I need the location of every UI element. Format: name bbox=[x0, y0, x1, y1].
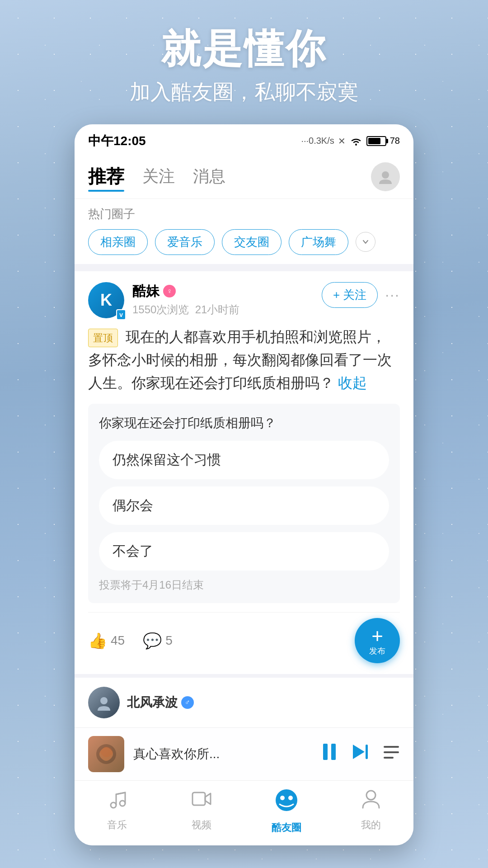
post-content: 置顶 现在的人都喜欢用手机拍照和浏览照片，多怀念小时候的相册，每次翻阅都像回看了… bbox=[88, 326, 400, 395]
hero-header: 就是懂你 加入酷友圈，私聊不寂寞 bbox=[130, 0, 358, 124]
svg-point-12 bbox=[120, 801, 125, 806]
svg-rect-8 bbox=[384, 746, 399, 748]
music-pause-button[interactable] bbox=[321, 742, 338, 766]
svg-rect-10 bbox=[384, 757, 394, 759]
poll-end-text: 投票将于4月16日结束 bbox=[99, 578, 389, 592]
post-actions: + 关注 ··· bbox=[322, 282, 400, 308]
svg-point-0 bbox=[355, 144, 357, 146]
poll-option-1[interactable]: 偶尔会 bbox=[99, 486, 389, 525]
hot-tag-3[interactable]: 广场舞 bbox=[289, 229, 348, 255]
bottom-nav-music[interactable]: 音乐 bbox=[75, 788, 160, 835]
hero-title: 就是懂你 bbox=[130, 27, 358, 71]
like-icon: 👍 bbox=[88, 632, 107, 650]
hot-section-title: 热门圈子 bbox=[88, 206, 400, 222]
post-avatar: K v bbox=[88, 282, 124, 318]
poll-option-2[interactable]: 不会了 bbox=[99, 532, 389, 571]
post-footer: 👍 45 💬 5 + 发布 bbox=[88, 612, 400, 663]
follow-button[interactable]: + 关注 bbox=[322, 282, 378, 308]
svg-point-2 bbox=[100, 697, 108, 704]
fab-publish-button[interactable]: + 发布 bbox=[355, 618, 400, 663]
svg-marker-6 bbox=[353, 745, 365, 759]
svg-point-19 bbox=[366, 791, 375, 800]
svg-rect-7 bbox=[366, 745, 368, 759]
video-nav-label: 视频 bbox=[192, 818, 211, 832]
svg-rect-14 bbox=[192, 793, 205, 805]
music-thumbnail bbox=[88, 736, 124, 772]
svg-rect-9 bbox=[384, 751, 399, 753]
signal-text: ···0.3K/s bbox=[301, 136, 334, 146]
profile-nav-icon bbox=[360, 788, 382, 815]
post-username: 酷妹 ♀ bbox=[132, 282, 322, 301]
svg-point-18 bbox=[288, 796, 293, 800]
music-title: 真心喜欢你所... bbox=[133, 745, 312, 763]
phone-mockup: 中午12:05 ···0.3K/s ✕ 78 bbox=[75, 124, 413, 846]
like-count: 45 bbox=[111, 633, 125, 648]
pinned-tag: 置顶 bbox=[88, 329, 118, 347]
comment-icon: 💬 bbox=[143, 632, 162, 650]
collapse-btn[interactable]: 收起 bbox=[338, 375, 367, 391]
tab-messages[interactable]: 消息 bbox=[193, 165, 225, 188]
music-playlist-button[interactable] bbox=[383, 744, 400, 764]
next-post-preview: 北风承波 ♂ bbox=[75, 674, 413, 727]
more-options-button[interactable]: ··· bbox=[385, 287, 400, 303]
status-bar: 中午12:05 ···0.3K/s ✕ 78 bbox=[75, 124, 413, 153]
bottom-nav-profile[interactable]: 我的 bbox=[329, 788, 414, 835]
battery-icon bbox=[366, 136, 386, 146]
like-button[interactable]: 👍 45 bbox=[88, 632, 125, 650]
wifi-icon bbox=[349, 136, 363, 146]
svg-rect-4 bbox=[323, 744, 328, 760]
svg-point-17 bbox=[280, 796, 285, 800]
bottom-nav-video[interactable]: 视频 bbox=[160, 788, 244, 835]
tab-recommend[interactable]: 推荐 bbox=[88, 164, 124, 189]
comment-button[interactable]: 💬 5 bbox=[143, 632, 173, 650]
status-time: 中午12:05 bbox=[88, 132, 146, 150]
post-card: K v 酷妹 ♀ 1550次浏览 21小时前 + 关注 ··· bbox=[75, 271, 413, 675]
svg-line-13 bbox=[116, 793, 125, 794]
fab-label: 发布 bbox=[369, 647, 385, 655]
gender-male-icon: ♂ bbox=[181, 696, 194, 709]
video-nav-icon bbox=[191, 788, 212, 815]
tab-follow[interactable]: 关注 bbox=[142, 165, 175, 188]
circle-nav-label: 酷友圈 bbox=[272, 821, 301, 835]
music-player: 真心喜欢你所... bbox=[75, 727, 413, 780]
feed-divider bbox=[75, 264, 413, 271]
hero-subtitle: 加入酷友圈，私聊不寂寞 bbox=[130, 78, 358, 106]
hot-tags-list: 相亲圈 爱音乐 交友圈 广场舞 bbox=[88, 229, 400, 255]
avatar-vip-badge: v bbox=[116, 309, 126, 320]
poll-option-0[interactable]: 仍然保留这个习惯 bbox=[99, 441, 389, 479]
nav-tabs: 推荐 关注 消息 bbox=[75, 153, 413, 198]
music-nav-label: 音乐 bbox=[107, 818, 127, 832]
hot-tag-2[interactable]: 交友圈 bbox=[222, 229, 282, 255]
bottom-nav: 音乐 视频 bbox=[75, 780, 413, 845]
hot-tags-expand-btn[interactable] bbox=[356, 232, 375, 252]
music-next-button[interactable] bbox=[351, 742, 369, 766]
post-meta: 1550次浏览 21小时前 bbox=[132, 302, 322, 317]
poll-box: 你家现在还会打印纸质相册吗？ 仍然保留这个习惯 偶尔会 不会了 投票将于4月16… bbox=[88, 404, 400, 603]
music-controls bbox=[321, 742, 400, 766]
svg-point-16 bbox=[276, 789, 297, 811]
user-avatar-nav[interactable] bbox=[371, 162, 400, 191]
music-nav-icon bbox=[106, 788, 128, 815]
page-wrapper: 就是懂你 加入酷友圈，私聊不寂寞 中午12:05 ···0.3K/s ✕ bbox=[0, 0, 488, 868]
x-icon: ✕ bbox=[338, 136, 346, 146]
hot-tag-1[interactable]: 爱音乐 bbox=[155, 229, 215, 255]
next-post-avatar bbox=[88, 687, 120, 718]
gender-female-icon: ♀ bbox=[163, 285, 176, 297]
profile-nav-label: 我的 bbox=[361, 818, 381, 832]
svg-marker-15 bbox=[205, 793, 211, 804]
fab-plus-icon: + bbox=[371, 626, 383, 646]
post-user-info: 酷妹 ♀ 1550次浏览 21小时前 bbox=[132, 282, 322, 317]
svg-rect-5 bbox=[331, 744, 336, 760]
battery-text: 78 bbox=[390, 136, 400, 146]
bottom-nav-circle[interactable]: 酷友圈 bbox=[244, 788, 329, 835]
post-header: K v 酷妹 ♀ 1550次浏览 21小时前 + 关注 ··· bbox=[88, 282, 400, 318]
comment-count: 5 bbox=[165, 633, 173, 648]
hot-section: 热门圈子 相亲圈 爱音乐 交友圈 广场舞 bbox=[75, 198, 413, 264]
svg-point-1 bbox=[382, 171, 389, 179]
next-post-user-info: 北风承波 ♂ bbox=[127, 694, 194, 711]
status-icons: ···0.3K/s ✕ 78 bbox=[301, 136, 400, 146]
poll-question: 你家现在还会打印纸质相册吗？ bbox=[99, 415, 389, 432]
svg-point-11 bbox=[111, 802, 116, 808]
hot-tag-0[interactable]: 相亲圈 bbox=[88, 229, 148, 255]
circle-nav-icon bbox=[274, 788, 299, 817]
